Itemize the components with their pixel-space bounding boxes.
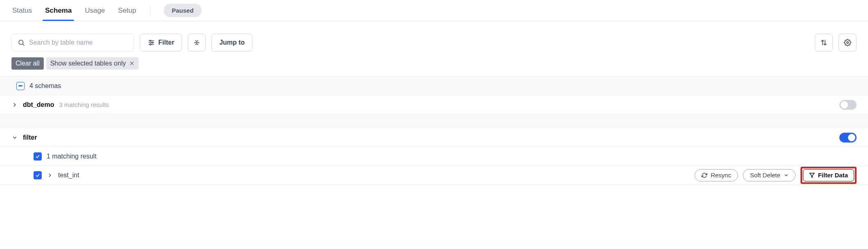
show-selected-chip-label: Show selected tables only [50, 60, 126, 67]
show-selected-chip[interactable]: Show selected tables only ✕ [46, 57, 139, 70]
svg-marker-12 [810, 173, 814, 177]
schema-row-dbt-demo[interactable]: dbt_demo 3 matching results [0, 95, 868, 114]
filter-data-highlight: Filter Data [801, 167, 857, 184]
schema-subtext: 3 matching results [59, 101, 109, 108]
jump-to-button[interactable]: Jump to [211, 34, 252, 52]
resync-button[interactable]: Resync [695, 169, 738, 181]
filter-chips-row: Clear all Show selected tables only ✕ [0, 57, 868, 76]
filter-button[interactable]: Filter [140, 34, 182, 52]
sort-button[interactable] [815, 34, 833, 52]
schema-match-row: 1 matching result [0, 147, 868, 166]
delete-mode-label: Soft Delete [750, 172, 780, 179]
filter-data-button[interactable]: Filter Data [803, 169, 854, 181]
schema-toggle[interactable] [839, 133, 857, 143]
resync-label: Resync [711, 172, 731, 179]
chevron-right-icon[interactable] [47, 172, 53, 178]
tab-usage[interactable]: Usage [84, 1, 106, 20]
table-checkbox[interactable] [34, 171, 42, 179]
sort-icon [820, 39, 828, 46]
schema-row-filter[interactable]: filter [0, 128, 868, 147]
table-row-actions: Resync Soft Delete Filter Data [695, 167, 857, 184]
svg-point-11 [847, 42, 849, 44]
table-name: test_int [58, 172, 79, 179]
chevron-down-icon [784, 173, 789, 178]
toolbar: Filter Jump to [0, 21, 868, 57]
schema-count-label: 4 schemas [29, 82, 61, 90]
search-input-wrapper[interactable] [11, 34, 134, 52]
collapse-icon [193, 39, 200, 46]
filter-icon [809, 172, 815, 178]
search-icon [18, 39, 25, 46]
schema-checkbox[interactable] [34, 152, 42, 161]
tabs-divider [150, 6, 151, 16]
jump-to-label: Jump to [219, 39, 245, 46]
chevron-down-icon[interactable] [11, 135, 18, 140]
schema-header-row: 4 schemas [0, 77, 868, 95]
gear-icon [844, 39, 851, 46]
delete-mode-select[interactable]: Soft Delete [743, 169, 795, 181]
schema-list: 4 schemas dbt_demo 3 matching results fi… [0, 76, 868, 185]
schema-gap [0, 114, 868, 128]
settings-button[interactable] [839, 34, 857, 52]
tab-setup[interactable]: Setup [117, 1, 137, 20]
sliders-icon [148, 39, 155, 46]
svg-line-1 [22, 44, 24, 45]
schema-name: dbt_demo [23, 101, 54, 109]
filter-data-label: Filter Data [818, 172, 848, 179]
tab-status[interactable]: Status [11, 1, 33, 20]
svg-point-3 [150, 40, 151, 41]
search-input[interactable] [29, 39, 128, 46]
tab-schema[interactable]: Schema [44, 1, 72, 20]
filter-button-label: Filter [158, 39, 174, 46]
close-icon[interactable]: ✕ [129, 60, 135, 67]
collapse-all-button[interactable] [188, 34, 206, 52]
chevron-right-icon[interactable] [11, 102, 18, 108]
schema-toggle[interactable] [839, 100, 857, 110]
status-badge: Paused [164, 4, 202, 17]
tabs-bar: Status Schema Usage Setup Paused [0, 0, 868, 21]
svg-point-5 [152, 42, 153, 43]
match-count-label: 1 matching result [47, 153, 97, 160]
refresh-icon [702, 172, 707, 178]
clear-all-chip[interactable]: Clear all [11, 57, 44, 70]
schema-name: filter [23, 134, 37, 141]
table-row[interactable]: test_int Resync Soft Delete Filter Data [0, 166, 868, 185]
svg-point-7 [150, 44, 151, 45]
select-all-checkbox[interactable] [16, 82, 25, 90]
